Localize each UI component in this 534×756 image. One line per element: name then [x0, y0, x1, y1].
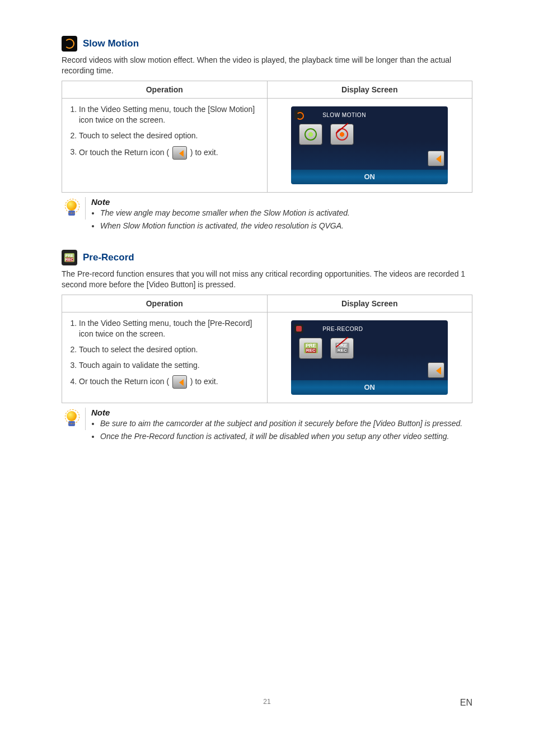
display-return-button — [428, 151, 444, 166]
slow-note-1: The view angle may become smaller when t… — [100, 208, 350, 219]
slow-motion-options — [299, 124, 444, 145]
slow-motion-operations: In the Video Setting menu, touch the [Sl… — [62, 98, 268, 192]
slow-motion-title-icon — [294, 110, 303, 119]
note-heading: Note — [91, 408, 462, 417]
pre-step-2: Touch to select the desired option. — [79, 344, 261, 356]
pre-option-on: PREREC — [299, 338, 322, 359]
pre-record-note: Note Be sure to aim the camcorder at the… — [62, 408, 472, 445]
pre-record-options: PREREC PREREC — [299, 338, 444, 359]
col-operation: Operation — [62, 81, 268, 98]
slow-option-on — [299, 124, 322, 145]
pre-record-heading: Pre-Record — [83, 252, 134, 263]
pre-note-1: Be sure to aim the camcorder at the subj… — [100, 418, 462, 430]
pre-step-4b: ) to exit. — [190, 377, 218, 386]
return-icon — [172, 375, 187, 389]
pre-step-1: In the Video Setting menu, touch the [Pr… — [79, 318, 261, 340]
pre-record-table: Operation Display Screen In the Video Se… — [62, 295, 472, 403]
pre-step-3: Touch again to validate the setting. — [79, 360, 261, 371]
slow-motion-note: Note The view angle may become smaller w… — [62, 197, 472, 234]
page-number: 21 — [62, 698, 472, 706]
pre-record-operations: In the Video Setting menu, touch the [Pr… — [62, 312, 268, 403]
slow-motion-display-cell: SLOW MOTION ON — [267, 98, 472, 192]
lightbulb-icon — [62, 408, 86, 430]
slow-option-off — [330, 124, 354, 145]
col-operation: Operation — [62, 295, 268, 312]
slow-step-3b: ) to exit. — [190, 147, 218, 156]
page-language: EN — [460, 698, 472, 708]
slow-step-2: Touch to select the desired option. — [79, 130, 261, 142]
pre-record-icon: PREREC — [62, 250, 77, 265]
slow-motion-icon — [62, 36, 77, 52]
pre-option-off: PREREC — [330, 338, 354, 359]
slow-step-3: Or touch the Return icon ( ) to exit. — [79, 146, 261, 160]
section-header-slow-motion: Slow Motion — [62, 36, 472, 52]
pre-record-intro: The Pre-record function ensures that you… — [62, 269, 472, 290]
slow-note-2: When Slow Motion function is activated, … — [100, 221, 350, 232]
slow-motion-display: SLOW MOTION ON — [291, 106, 448, 184]
display-status: ON — [364, 172, 376, 181]
lightbulb-icon — [62, 197, 86, 220]
pre-note-2: Once the Pre-Record function is activate… — [100, 431, 462, 442]
note-heading: Note — [91, 197, 350, 207]
slow-step-1: In the Video Setting menu, touch the [Sl… — [79, 104, 261, 126]
slow-motion-heading: Slow Motion — [83, 38, 139, 49]
display-title: SLOW MOTION — [322, 110, 366, 120]
slow-motion-intro: Record videos with slow motion effect. W… — [62, 55, 472, 76]
display-status: ON — [364, 383, 376, 391]
display-return-button — [428, 362, 444, 378]
slow-motion-table: Operation Display Screen In the Video Se… — [62, 81, 472, 193]
section-header-pre-record: PREREC Pre-Record — [62, 250, 472, 265]
pre-record-title-icon — [294, 324, 303, 333]
pre-step-4a: Or touch the Return icon ( — [79, 377, 169, 386]
pre-record-display: PRE-RECORD PREREC PREREC — [291, 320, 448, 395]
page-footer: 21 EN — [62, 698, 472, 706]
col-display-screen: Display Screen — [267, 295, 472, 312]
slow-step-3a: Or touch the Return icon ( — [79, 147, 169, 156]
pre-step-4: Or touch the Return icon ( ) to exit. — [79, 375, 261, 389]
display-title: PRE-RECORD — [322, 324, 363, 334]
return-icon — [172, 146, 187, 160]
col-display-screen: Display Screen — [267, 81, 472, 98]
pre-record-display-cell: PRE-RECORD PREREC PREREC — [267, 312, 472, 403]
